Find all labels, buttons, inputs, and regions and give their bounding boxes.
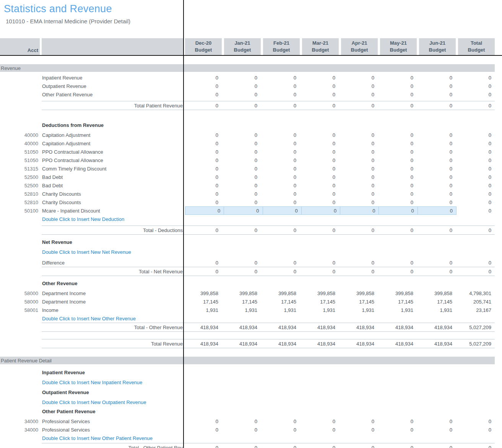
selected-value-cell[interactable]: 0 [185,207,224,214]
value-cell[interactable]: 0 [224,132,261,138]
value-cell[interactable]: 0 [419,200,456,205]
insert-new-link[interactable]: Double Click to Insert New Outpatient Re… [42,399,184,405]
value-cell[interactable]: 17,145 [419,299,456,305]
value-cell[interactable]: 0 [419,132,456,138]
value-cell[interactable]: 0 [185,191,222,197]
value-cell[interactable]: 0 [263,174,300,180]
value-cell[interactable]: 1,931 [419,307,456,313]
value-cell[interactable]: 0 [302,200,339,205]
value-cell[interactable]: 0 [224,141,261,146]
value-cell[interactable]: 0 [302,427,339,433]
value-cell[interactable]: 0 [380,200,417,205]
value-cell[interactable]: 17,145 [341,299,378,305]
value-cell[interactable]: 0 [302,191,339,197]
value-cell[interactable]: 0 [185,83,222,89]
value-cell[interactable]: 0 [185,260,222,266]
value-cell[interactable]: 1,931 [302,307,339,313]
value-cell[interactable]: 0 [224,75,261,81]
value-cell[interactable]: 0 [263,427,300,433]
value-cell[interactable]: 0 [419,157,456,163]
value-cell[interactable]: 0 [302,166,339,172]
value-cell[interactable]: 0 [224,157,261,163]
value-cell[interactable]: 0 [419,166,456,172]
value-cell[interactable]: 0 [185,427,222,433]
value-cell[interactable]: 0 [185,174,222,180]
value-cell[interactable]: 0 [419,260,456,266]
value-cell[interactable]: 17,145 [224,299,261,305]
value-cell[interactable]: 17,145 [380,299,417,305]
value-cell[interactable]: 399,858 [185,291,222,296]
value-cell[interactable]: 399,858 [419,291,456,296]
value-cell[interactable]: 0 [224,427,261,433]
value-cell[interactable]: 0 [341,75,378,81]
value-cell[interactable]: 399,858 [380,291,417,296]
value-cell[interactable]: 0 [341,200,378,205]
value-cell[interactable]: 0 [224,191,261,197]
value-cell[interactable]: 0 [419,141,456,146]
value-cell[interactable]: 0 [224,183,261,188]
value-cell[interactable]: 0 [419,419,456,424]
value-cell[interactable]: 0 [380,166,417,172]
value-cell[interactable]: 0 [341,149,378,155]
value-cell[interactable]: 17,145 [263,299,300,305]
value-cell[interactable]: 0 [341,427,378,433]
value-cell[interactable]: 0 [302,157,339,163]
value-cell[interactable]: 0 [224,83,261,89]
value-cell[interactable]: 0 [341,132,378,138]
value-cell[interactable]: 0 [263,92,300,97]
value-cell[interactable]: 0 [302,149,339,155]
value-cell[interactable]: 0 [419,427,456,433]
value-cell[interactable]: 0 [302,92,339,97]
value-cell[interactable]: 0 [224,166,261,172]
value-cell[interactable]: 0 [263,83,300,89]
insert-new-link[interactable]: Double Click to Insert New Inpatient Rev… [42,380,184,385]
value-cell[interactable]: 0 [185,141,222,146]
value-cell[interactable]: 0 [224,419,261,424]
value-cell[interactable]: 0 [263,157,300,163]
value-cell[interactable]: 1,931 [224,307,261,313]
value-cell[interactable]: 0 [263,200,300,205]
value-cell[interactable]: 0 [185,149,222,155]
value-cell[interactable]: 0 [380,174,417,180]
value-cell[interactable]: 0 [380,260,417,266]
value-cell[interactable]: 0 [380,419,417,424]
value-cell[interactable]: 1,931 [380,307,417,313]
value-cell[interactable]: 1,931 [341,307,378,313]
value-cell[interactable]: 0 [224,174,261,180]
value-cell[interactable]: 0 [380,157,417,163]
value-cell[interactable]: 17,145 [302,299,339,305]
value-cell[interactable]: 0 [380,132,417,138]
value-cell[interactable]: 399,858 [263,291,300,296]
value-cell[interactable]: 0 [419,174,456,180]
value-cell[interactable]: 0 [341,174,378,180]
value-cell[interactable]: 0 [263,191,300,197]
value-cell[interactable]: 0 [380,427,417,433]
value-cell[interactable]: 0 [341,141,378,146]
value-cell[interactable]: 0 [380,149,417,155]
value-cell[interactable]: 1,931 [185,307,222,313]
value-cell[interactable]: 0 [224,200,261,205]
insert-new-link[interactable]: Double Click to Insert New Net Revenue [42,249,184,255]
value-cell[interactable]: 0 [341,191,378,197]
value-cell[interactable]: 0 [263,132,300,138]
value-cell[interactable]: 0 [185,92,222,97]
insert-new-link[interactable]: Double Click to Insert New Deduction [42,216,184,222]
value-cell[interactable]: 0 [380,183,417,188]
value-cell[interactable]: 0 [380,92,417,97]
value-cell[interactable]: 0 [185,157,222,163]
value-cell[interactable]: 0 [341,260,378,266]
value-cell[interactable]: 0 [185,75,222,81]
value-cell[interactable]: 0 [263,183,300,188]
value-cell[interactable]: 0 [302,141,339,146]
selected-value-cell[interactable]: 0 [301,207,340,214]
value-cell[interactable]: 0 [341,83,378,89]
value-cell[interactable]: 0 [341,157,378,163]
value-cell[interactable]: 0 [341,166,378,172]
value-cell[interactable]: 0 [380,75,417,81]
value-cell[interactable]: 0 [185,183,222,188]
value-cell[interactable]: 0 [419,75,456,81]
insert-new-link[interactable]: Double Click to Insert New Other Patient… [42,435,184,441]
value-cell[interactable]: 0 [224,92,261,97]
value-cell[interactable]: 0 [380,83,417,89]
value-cell[interactable]: 0 [419,83,456,89]
